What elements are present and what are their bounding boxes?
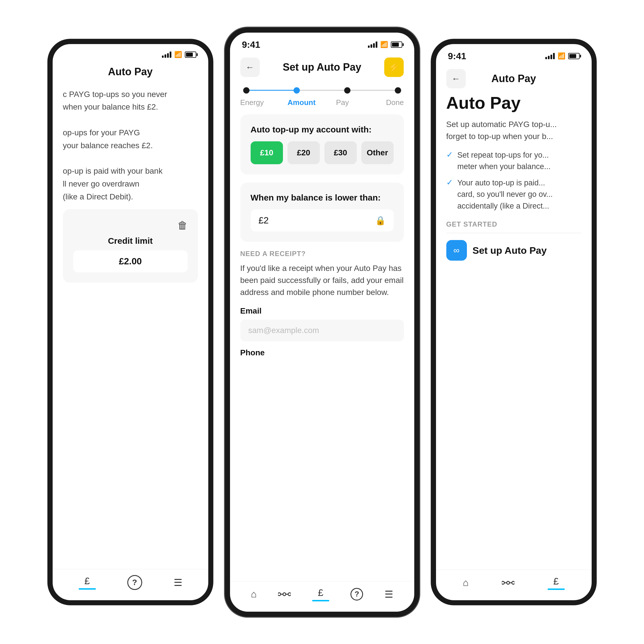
nav-item-menu-left[interactable]: ☰ <box>174 577 182 588</box>
phone-left: 📶 Auto Pay c PAYG top-ups so you never w… <box>47 39 213 605</box>
credit-card: 🗑 Credit limit £2.00 <box>63 209 198 283</box>
step-dot-energy <box>243 87 249 94</box>
amount-options: £10 £20 £30 Other <box>251 141 394 164</box>
status-icons-left: 📶 <box>162 51 196 58</box>
amount-btn-30[interactable]: £30 <box>324 141 357 164</box>
nav-item-home-center[interactable]: ⌂ <box>251 588 257 600</box>
nav-header-left: Auto Pay <box>53 61 208 82</box>
payments-icon-right: £ <box>553 576 559 587</box>
lock-icon: 🔒 <box>375 215 386 225</box>
step-dot-pay <box>344 87 350 94</box>
lightning-icon-center: ⚡ <box>388 62 400 73</box>
setup-btn-label: Set up Auto Pay <box>473 245 547 256</box>
nav-item-menu-center[interactable]: ☰ <box>385 588 393 600</box>
left-content: c PAYG top-ups so you never when your ba… <box>53 82 208 569</box>
wifi-icon-center: 📶 <box>380 41 388 48</box>
email-label: Email <box>240 306 404 316</box>
menu-icon-center: ☰ <box>385 588 393 600</box>
nav-item-help-center[interactable]: ? <box>350 588 363 601</box>
nav-item-usage-center[interactable] <box>278 590 291 598</box>
right-content: Auto Pay Set up automatic PAYG top-u...f… <box>436 93 592 570</box>
phone-right: 9:41 📶 ← Auto Pay Auto Pay Set up automa… <box>431 39 597 605</box>
right-page-title: Auto Pay <box>436 93 592 113</box>
help-icon-center: ? <box>350 588 363 601</box>
divider-right <box>446 233 581 233</box>
nav-header-center: ← Set up Auto Pay ⚡ <box>230 53 414 82</box>
svg-point-7 <box>512 581 514 584</box>
amount-btn-other[interactable]: Other <box>361 141 394 164</box>
balance-value: £2 <box>259 215 269 226</box>
trash-icon[interactable]: 🗑 <box>177 219 188 231</box>
svg-point-1 <box>283 593 286 596</box>
check-icon-1: ✓ <box>446 150 453 159</box>
signal-icon-center <box>368 41 377 48</box>
page-title-center: Set up Auto Pay <box>283 61 361 73</box>
nav-item-payments-right[interactable]: £ <box>548 576 565 590</box>
signal-icon-right <box>545 53 555 59</box>
step-line-2 <box>300 90 344 91</box>
bottom-nav-left: £ ? ☰ <box>53 569 208 600</box>
battery-icon-right <box>568 53 580 59</box>
nav-item-payments-left[interactable]: £ <box>79 575 96 590</box>
status-bar-right: 9:41 📶 <box>436 44 592 64</box>
balance-row: £2 🔒 <box>251 209 394 231</box>
page-title-left: Auto Pay <box>108 66 152 78</box>
status-time-right: 9:41 <box>448 51 466 62</box>
payments-icon-center: £ <box>318 587 323 598</box>
center-content: Auto top-up my account with: £10 £20 £30… <box>230 112 414 581</box>
infinity-icon: ∞ <box>453 245 459 255</box>
back-button-right[interactable]: ← <box>446 69 466 88</box>
battery-icon-center <box>391 41 402 48</box>
nav-header-right: ← Auto Pay <box>436 64 592 93</box>
amount-btn-10[interactable]: £10 <box>251 141 283 164</box>
right-desc: Set up automatic PAYG top-u...forget to … <box>436 118 592 142</box>
trash-icon-wrap: 🗑 <box>73 219 188 231</box>
page-title-right: Auto Pay <box>491 73 536 85</box>
status-time-center: 9:41 <box>242 39 260 50</box>
lightning-button-center[interactable]: ⚡ <box>384 58 404 77</box>
get-started-label: GET STARTED <box>446 220 581 228</box>
home-icon-right: ⌂ <box>463 577 469 588</box>
usage-icon-center <box>278 590 291 598</box>
battery-icon-left <box>185 51 196 58</box>
step-label-pay: Pay <box>322 98 363 107</box>
nav-item-home-right[interactable]: ⌂ <box>463 577 469 588</box>
check-item-2: ✓ Your auto top-up is paid...card, so yo… <box>446 177 581 212</box>
setup-btn-icon: ∞ <box>446 240 467 261</box>
signal-icon-left <box>162 51 171 58</box>
check-text-2: Your auto top-up is paid...card, so you'… <box>457 177 553 212</box>
help-icon-left: ? <box>127 575 142 590</box>
stepper <box>230 82 414 96</box>
status-icons-right: 📶 <box>545 52 580 60</box>
receipt-description: If you'd like a receipt when your Auto P… <box>240 262 404 298</box>
setup-auto-pay-button[interactable]: ∞ Set up Auto Pay <box>446 240 581 261</box>
amount-card-title: Auto top-up my account with: <box>251 125 394 134</box>
step-dot-done <box>395 87 401 94</box>
back-button-center[interactable]: ← <box>240 58 260 77</box>
status-icons-center: 📶 <box>368 41 402 48</box>
receipt-section-label: NEED A RECEIPT? <box>240 250 404 258</box>
checkmark-list: ✓ Set repeat top-ups for yo...meter when… <box>436 149 592 212</box>
nav-item-usage-right[interactable] <box>502 579 514 587</box>
back-arrow-center: ← <box>246 62 254 72</box>
svg-point-5 <box>502 581 504 584</box>
get-started-section: GET STARTED ∞ Set up Auto Pay <box>436 220 592 261</box>
nav-indicator-left <box>79 588 96 590</box>
email-input[interactable]: sam@example.com <box>240 320 404 341</box>
status-bar-center: 9:41 📶 <box>230 33 414 53</box>
balance-card: When my balance is lower than: £2 🔒 <box>240 183 404 242</box>
phone-label: Phone <box>240 348 404 357</box>
usage-icon-right <box>502 579 514 587</box>
wifi-icon-right: 📶 <box>558 52 565 60</box>
nav-item-payments-center[interactable]: £ <box>312 587 329 601</box>
nav-item-help-left[interactable]: ? <box>127 575 142 590</box>
svg-point-2 <box>288 593 291 596</box>
balance-title: When my balance is lower than: <box>251 193 394 203</box>
step-line-3 <box>350 90 395 91</box>
stepper-labels: Energy Amount Pay Done <box>230 96 414 112</box>
nav-indicator-center <box>312 600 329 601</box>
amount-btn-20[interactable]: £20 <box>288 141 320 164</box>
svg-point-0 <box>278 593 281 596</box>
home-icon-center: ⌂ <box>251 588 257 600</box>
bottom-nav-center: ⌂ £ ? ☰ <box>230 581 414 612</box>
